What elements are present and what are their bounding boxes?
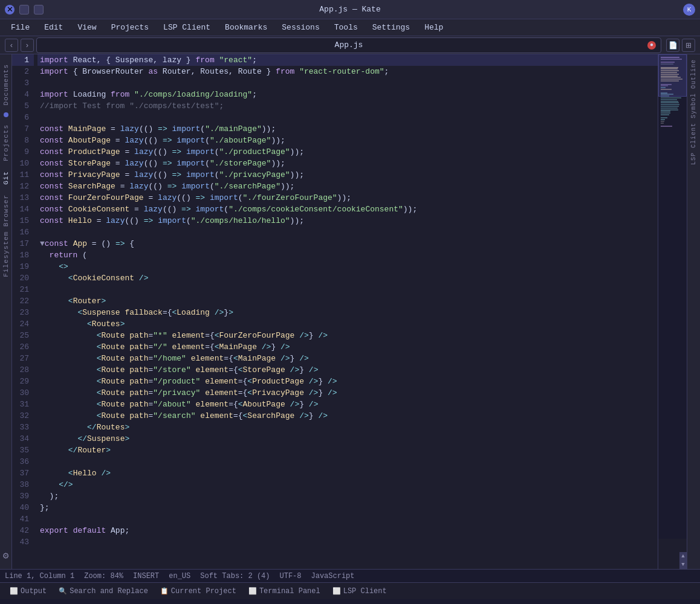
code-line-41 — [37, 513, 658, 525]
output-icon: ⬜ — [10, 587, 18, 595]
left-sidebar: Documents Projects Git Filesystem Browse… — [0, 54, 12, 569]
code-line-34: </Suspense> — [37, 433, 658, 445]
code-line-19: <> — [37, 261, 658, 272]
status-bar: Line 1, Column 1 Zoom: 84% INSERT en_US … — [0, 569, 700, 582]
minimap-panel: ▲ ▼ — [658, 54, 687, 569]
code-line-27: <Route path="/home" element={<MainPage /… — [37, 353, 658, 364]
open-file-icon[interactable]: 📄 — [666, 39, 679, 52]
code-line-6 — [37, 112, 658, 123]
code-line-25: <Route path="*" element={<FourZeroFourPa… — [37, 330, 658, 341]
minimize-button[interactable] — [34, 5, 44, 14]
menu-help[interactable]: Help — [418, 21, 449, 34]
tab-close-button[interactable]: ● — [647, 41, 656, 50]
scroll-up-arrow[interactable]: ▲ — [679, 552, 687, 561]
language-locale: en_US — [169, 572, 190, 580]
terminal-icon: ⬜ — [248, 587, 257, 595]
window-controls[interactable]: ✕ — [5, 5, 44, 14]
code-container: 1 2 3 4 5 6 7 8 9 10 11 12 13 14 15 16 1 — [12, 54, 658, 569]
terminal-label: Terminal Panel — [259, 587, 320, 596]
lsp-outline-label[interactable]: LSP Client Symbol Outline — [689, 57, 698, 167]
menu-lsp-client[interactable]: LSP Client — [157, 21, 216, 34]
menu-projects[interactable]: Projects — [105, 21, 155, 34]
scroll-down-arrow[interactable]: ▼ — [679, 561, 687, 569]
cursor-position: Line 1, Column 1 — [5, 572, 74, 580]
bottom-panel: ⬜ Output 🔍 Search and Replace 📋 Current … — [0, 582, 700, 599]
tab-settings: Soft Tabs: 2 (4) — [200, 572, 270, 580]
code-line-31: <Route path="/about" element={<AboutPage… — [37, 399, 658, 410]
maximize-button[interactable] — [19, 5, 29, 14]
menu-edit[interactable]: Edit — [38, 21, 69, 34]
far-right-panel: LSP Client Symbol Outline — [687, 54, 700, 569]
lsp-client-icon: ⬜ — [332, 587, 341, 595]
file-encoding: UTF-8 — [279, 572, 301, 580]
code-line-24: <Routes> — [37, 318, 658, 330]
code-line-22: <Router> — [37, 295, 658, 307]
zoom-level: Zoom: 84% — [84, 572, 123, 580]
panel-tab-output[interactable]: ⬜ Output — [5, 586, 51, 597]
code-line-38: </> — [37, 479, 658, 490]
window-title: App.js — Kate — [319, 5, 380, 14]
current-project-icon: 📋 — [160, 587, 169, 595]
sidebar-item-filesystem[interactable]: Filesystem Browser — [1, 190, 11, 282]
menu-view[interactable]: View — [71, 21, 102, 34]
menu-settings[interactable]: Settings — [366, 21, 416, 34]
menu-file[interactable]: File — [5, 21, 36, 34]
close-button[interactable]: ✕ — [5, 5, 15, 14]
sidebar-item-git[interactable]: Git — [1, 166, 11, 190]
code-line-7: const MainPage = lazy(() => import("./ma… — [37, 123, 658, 135]
code-line-35: </Router> — [37, 445, 658, 456]
code-line-11: const PrivacyPage = lazy(() => import(".… — [37, 169, 658, 181]
search-replace-icon: 🔍 — [59, 587, 67, 595]
code-line-23: <Suspense fallback={<Loading />}> — [37, 307, 658, 318]
title-bar: ✕ App.js — Kate K — [0, 0, 700, 19]
split-view-icon[interactable]: ⊞ — [682, 39, 695, 52]
code-line-42: export default App; — [37, 525, 658, 536]
panel-tab-current-project[interactable]: 📋 Current Project — [155, 586, 241, 597]
code-line-32: <Route path="/search" element={<SearchPa… — [37, 410, 658, 422]
code-line-20: <CookieConsent /> — [37, 272, 658, 284]
menu-sessions[interactable]: Sessions — [276, 21, 325, 34]
code-line-4: import Loading from "./comps/loading/loa… — [37, 89, 658, 100]
lsp-client-label: LSP Client — [343, 587, 387, 596]
code-scroll: 1 2 3 4 5 6 7 8 9 10 11 12 13 14 15 16 1 — [12, 54, 658, 569]
code-line-30: <Route path="/privacy" element={<Privacy… — [37, 387, 658, 399]
code-line-26: <Route path="/" element={<MainPage />} /… — [37, 341, 658, 353]
code-line-10: const StorePage = lazy(() => import("./s… — [37, 158, 658, 169]
code-line-9: const ProductPage = lazy(() => import(".… — [37, 146, 658, 158]
code-line-37: <Hello /> — [37, 467, 658, 479]
sidebar-item-documents[interactable]: Documents — [1, 59, 11, 110]
panel-tab-terminal[interactable]: ⬜ Terminal Panel — [244, 586, 325, 597]
code-line-12: const SearchPage = lazy(() => import("./… — [37, 181, 658, 192]
tab-nav-back[interactable]: ‹ — [5, 39, 18, 52]
tab-nav-forward[interactable]: › — [21, 39, 34, 52]
kate-logo: K — [683, 4, 695, 16]
search-replace-label: Search and Replace — [70, 587, 148, 596]
sidebar-dot — [4, 112, 8, 117]
code-line-28: <Route path="/store" element={<StorePage… — [37, 364, 658, 376]
panel-tab-search-replace[interactable]: 🔍 Search and Replace — [54, 586, 153, 597]
code-line-15: const Hello = lazy(() => import("./comps… — [37, 215, 658, 226]
menu-tools[interactable]: Tools — [328, 21, 364, 34]
code-line-36 — [37, 456, 658, 467]
code-line-8: const AboutPage = lazy(() => import("./a… — [37, 135, 658, 146]
current-project-label: Current Project — [171, 587, 236, 596]
line-numbers: 1 2 3 4 5 6 7 8 9 10 11 12 13 14 15 16 1 — [12, 54, 37, 569]
tab-bar: ‹ › App.js ● 📄 ⊞ — [0, 36, 700, 54]
code-line-13: const FourZeroFourPage = lazy(() => impo… — [37, 192, 658, 204]
editor-area[interactable]: 1 2 3 4 5 6 7 8 9 10 11 12 13 14 15 16 1 — [12, 54, 658, 569]
main-layout: Documents Projects Git Filesystem Browse… — [0, 54, 700, 569]
code-line-40: }; — [37, 502, 658, 513]
code-line-5: //import Test from "./comps/test/test"; — [37, 100, 658, 112]
minimap[interactable] — [658, 54, 687, 539]
active-tab[interactable]: App.js ● — [36, 37, 661, 53]
output-label: Output — [21, 587, 47, 596]
code-line-29: <Route path="/product" element={<Product… — [37, 376, 658, 387]
code-line-43 — [37, 536, 658, 548]
menu-bookmarks[interactable]: Bookmarks — [219, 21, 273, 34]
code-line-18: return ( — [37, 249, 658, 261]
code-line-21 — [37, 284, 658, 295]
panel-tab-lsp-client[interactable]: ⬜ LSP Client — [328, 586, 392, 597]
code-line-33: </Routes> — [37, 422, 658, 433]
code-lines[interactable]: import React, { Suspense, lazy } from "r… — [37, 54, 658, 569]
sidebar-item-projects[interactable]: Projects — [1, 120, 11, 166]
